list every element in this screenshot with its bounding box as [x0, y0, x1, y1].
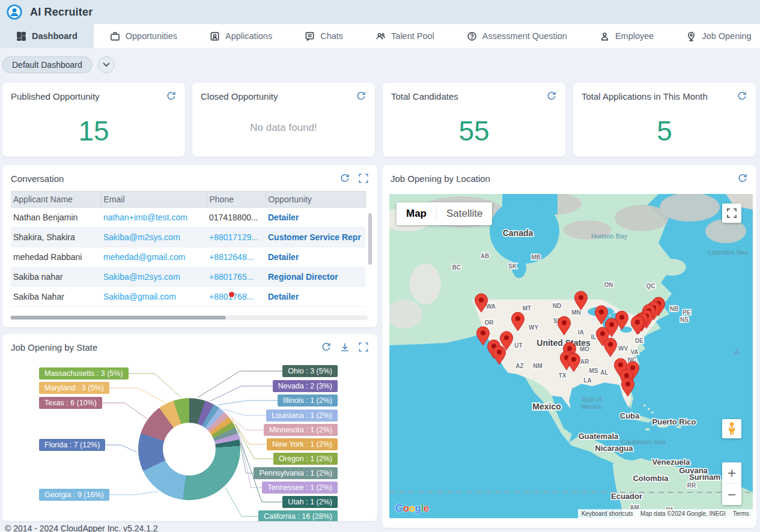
refresh-icon[interactable] — [339, 173, 350, 184]
cell-opportunity: Customer Service Repr — [266, 228, 365, 247]
phone-link[interactable]: +88017129... — [209, 232, 258, 242]
download-icon[interactable] — [339, 342, 350, 352]
cell-email: Sakiba@m2sys.com — [101, 267, 207, 287]
expand-icon[interactable] — [358, 173, 369, 184]
google-logo[interactable]: Google — [395, 503, 429, 515]
chevron-down-icon — [103, 62, 110, 67]
region-label-nb: NB — [670, 306, 678, 312]
tab-label: Employee — [615, 31, 654, 41]
tab-applications[interactable]: Applications — [193, 24, 288, 48]
zoom-in-button[interactable]: + — [722, 462, 741, 483]
briefcase-icon — [110, 31, 120, 41]
tab-label: Dashboard — [32, 31, 78, 41]
map-fullscreen-button[interactable] — [722, 204, 741, 223]
opportunity-link[interactable]: Detailer — [268, 252, 299, 262]
chart-label-maryland[interactable]: Maryland : 3 (5%) — [39, 382, 109, 394]
chart-label-utah[interactable]: Utah : 1 (2%) — [282, 496, 338, 508]
country-label-guatemala: Guatemala — [579, 432, 619, 441]
refresh-icon[interactable] — [166, 91, 177, 101]
tab-label: Chats — [320, 31, 343, 41]
table-row[interactable]: Shakira, ShakiraSakiba@m2sys.com+8801712… — [11, 228, 365, 247]
terms-link[interactable]: Terms — [729, 509, 753, 518]
chart-label-tennessee[interactable]: Tennessee : 1 (2%) — [262, 482, 338, 494]
region-label-wa: WA — [486, 303, 496, 310]
map-zoom-control: + − — [722, 462, 741, 505]
opportunity-link[interactable]: Detailer — [268, 292, 299, 301]
region-label-nm: NM — [533, 363, 543, 369]
chart-label-nevada[interactable]: Nevada : 2 (3%) — [273, 380, 338, 392]
conversation-vertical-scrollbar[interactable] — [368, 213, 372, 265]
opportunity-link[interactable]: Customer Service Repr — [268, 232, 361, 242]
tab-opportunities[interactable]: Opportunities — [94, 24, 193, 48]
region-label-ns: NS — [680, 316, 689, 323]
region-label-mn: MN — [571, 309, 581, 316]
region-label-qc: QC — [646, 283, 655, 289]
tab-employee[interactable]: Employee — [583, 24, 670, 48]
table-row[interactable]: Nathan Benjaminnathan+imti@test.com01741… — [11, 208, 365, 228]
email-link[interactable]: Sakiba@m2sys.com — [103, 232, 180, 242]
table-row[interactable]: Sakiba naharSakiba@m2sys.com+8801765...R… — [11, 267, 365, 287]
chart-label-illinois[interactable]: Illinois : 1 (2%) — [278, 394, 338, 407]
refresh-icon[interactable] — [356, 91, 366, 101]
chart-label-texas[interactable]: Texas : 6 (10%) — [39, 397, 102, 409]
tab-talent-pool[interactable]: Talent Pool — [359, 24, 451, 48]
stat-card-empty-text: No data found! — [192, 122, 375, 134]
refresh-icon[interactable] — [737, 173, 748, 184]
email-link[interactable]: Sakiba@m2sys.com — [103, 272, 180, 282]
phone-link[interactable]: +8812648... — [209, 252, 254, 262]
refresh-icon[interactable] — [737, 91, 747, 101]
tab-job-opening[interactable]: Job Opening — [670, 24, 760, 48]
expand-icon[interactable] — [358, 342, 369, 352]
column-header-email: Email — [101, 192, 207, 208]
cell-applicant-name: Sakiba Nahar — [11, 287, 101, 307]
opportunity-link[interactable]: Regional Director — [268, 272, 338, 282]
email-link[interactable]: mehedad@gmail.com — [103, 252, 185, 262]
app-header: AI Recruiter — [0, 0, 760, 24]
tab-chats[interactable]: Chats — [288, 24, 359, 48]
map-type-satellite-button[interactable]: Satellite — [437, 202, 492, 225]
email-link[interactable]: Sakiba@gmail.com — [103, 292, 176, 301]
stat-card-value: 15 — [2, 115, 185, 147]
region-label-de: DE — [635, 337, 643, 344]
google-map[interactable]: ABSKMBBCONQCWAMTNDMNORWYSDIAILMOUTAZNMTX… — [389, 194, 753, 518]
table-row[interactable]: Sakiba NaharSakiba@gmail.com+8801768...D… — [11, 287, 365, 307]
dashboard-selector-chip[interactable]: Default Dashboard — [2, 56, 93, 73]
chart-label-minnesota[interactable]: Minnesota : 1 (2%) — [264, 424, 338, 436]
chart-label-california[interactable]: California : 16 (28%) — [258, 510, 338, 521]
keyboard-shortcuts-link[interactable]: Keyboard shortcuts — [578, 509, 637, 518]
pegman-street-view-button[interactable] — [722, 419, 741, 438]
opportunity-link[interactable]: Detailer — [268, 213, 299, 222]
region-label-la: LA — [583, 377, 591, 384]
tab-assessment-question[interactable]: Assessment Question — [451, 24, 583, 48]
tab-label: Assessment Question — [482, 31, 567, 41]
chart-label-new-york[interactable]: New York : 1 (2%) — [267, 438, 338, 450]
map-type-map-button[interactable]: Map — [397, 202, 436, 225]
conversation-horizontal-scrollbar[interactable] — [10, 315, 368, 320]
stat-card-title: Closed Opportunity — [201, 91, 348, 101]
map-canvas[interactable]: ABSKMBBCONQCWAMTNDMNORWYSDIAILMOUTAZNMTX… — [389, 194, 753, 518]
chart-label-ohio[interactable]: Ohio : 3 (5%) — [282, 365, 338, 377]
tab-dashboard[interactable]: Dashboard — [0, 24, 94, 48]
region-label-mb: MB — [531, 254, 541, 261]
dashboard-selector-expand-button[interactable] — [98, 56, 115, 73]
conversation-card: Conversation Applicant NameEmailPhoneOpp… — [2, 165, 377, 327]
region-label-wv: WV — [618, 345, 628, 352]
table-row[interactable]: mehedad Rabbanimehedad@gmail.com+8812648… — [11, 247, 365, 267]
cell-opportunity: Detailer — [266, 287, 365, 307]
refresh-icon[interactable] — [546, 91, 557, 101]
tab-label: Applications — [225, 31, 272, 41]
region-label-a: A — [734, 348, 739, 357]
zoom-out-button[interactable]: − — [722, 484, 741, 505]
chart-label-georgia[interactable]: Georgia : 9 (16%) — [39, 489, 109, 501]
chart-label-louisiana[interactable]: Louisiana : 1 (2%) — [266, 410, 338, 422]
water-label-hudson-bay: Hudson Bay — [591, 232, 627, 240]
chart-label-florida[interactable]: Florida : 7 (12%) — [39, 439, 105, 451]
cell-phone: +8801765... — [207, 267, 266, 287]
phone-link[interactable]: +8801765... — [209, 272, 254, 282]
email-link[interactable]: nathan+imti@test.com — [103, 213, 187, 222]
region-label-pe: PE — [682, 309, 691, 316]
chart-label-oregon[interactable]: Oregon : 1 (2%) — [273, 453, 338, 465]
chart-label-pennsylvania[interactable]: Pennsylvania : 1 (2%) — [254, 467, 338, 479]
chart-label-massachusetts[interactable]: Massachusetts : 3 (5%) — [39, 367, 129, 379]
refresh-icon[interactable] — [321, 342, 332, 352]
